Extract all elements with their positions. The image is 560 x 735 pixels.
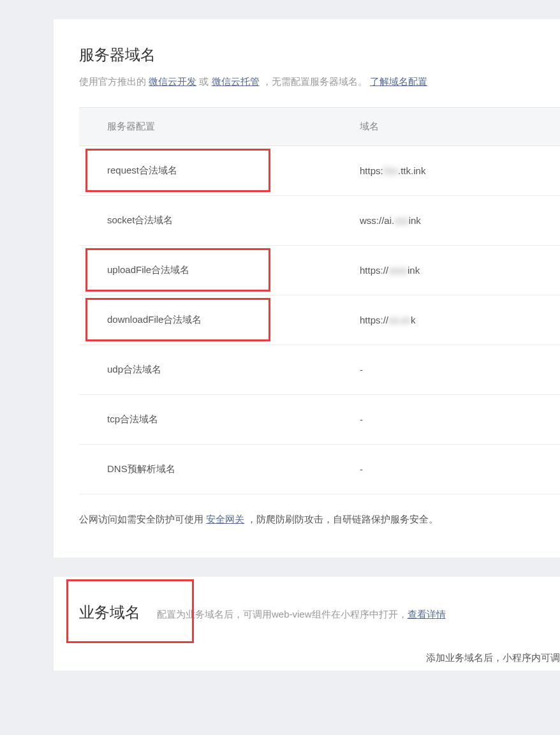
- config-label: tcp合法域名: [79, 413, 360, 426]
- config-label: downloadFile合法域名: [79, 314, 360, 326]
- table-row: socket合法域名wss://ai.xxxink: [79, 196, 560, 246]
- domain-value: -: [360, 464, 560, 475]
- business-domain-card: 业务域名 配置为业务域名后，可调用web-view组件在小程序中打开，查看详情 …: [54, 577, 560, 671]
- config-label: socket合法域名: [79, 214, 360, 226]
- table-row: downloadFile合法域名https://xx.xnk: [79, 295, 560, 345]
- domain-value: https://xx.xnk: [360, 315, 560, 325]
- domain-value: https://xx.ttk.ink: [360, 165, 560, 176]
- domain-value: wss://ai.xxxink: [360, 215, 560, 226]
- section2-note: 添加业务域名后，小程序内可调: [79, 652, 560, 664]
- table-row: request合法域名https://xx.ttk.ink: [79, 146, 560, 196]
- config-label: request合法域名: [79, 165, 360, 177]
- link-security-gateway[interactable]: 安全网关: [206, 514, 244, 524]
- link-view-details[interactable]: 查看详情: [408, 609, 446, 620]
- col-header-config: 服务器配置: [79, 121, 360, 133]
- section-subtitle: 使用官方推出的 微信云开发 或 微信云托管 ，无需配置服务器域名。 了解域名配置: [79, 74, 560, 89]
- link-cloud-dev[interactable]: 微信云开发: [149, 76, 196, 87]
- table-row: udp合法域名-: [79, 345, 560, 395]
- config-label: uploadFile合法域名: [79, 264, 360, 276]
- domain-value: https://xxxxink: [360, 265, 560, 276]
- domain-value: -: [360, 414, 560, 425]
- section2-title: 业务域名: [79, 602, 140, 623]
- server-domain-card: 服务器域名 使用官方推出的 微信云开发 或 微信云托管 ，无需配置服务器域名。 …: [54, 19, 560, 558]
- table-row: uploadFile合法域名https://xxxxink: [79, 246, 560, 295]
- table-row: DNS预解析域名-: [79, 445, 560, 494]
- domain-value: -: [360, 364, 560, 375]
- link-cloud-host[interactable]: 微信云托管: [212, 76, 260, 87]
- section2-subtitle: 配置为业务域名后，可调用web-view组件在小程序中打开，查看详情: [157, 609, 446, 621]
- config-label: DNS预解析域名: [79, 463, 360, 475]
- table-row: tcp合法域名-: [79, 395, 560, 445]
- domain-table: 服务器配置 域名 request合法域名https://xx.ttk.inkso…: [79, 107, 560, 494]
- col-header-domain: 域名: [360, 121, 560, 133]
- link-learn-config[interactable]: 了解域名配置: [370, 76, 427, 87]
- section-title: 服务器域名: [79, 45, 560, 65]
- footnote: 公网访问如需安全防护可使用 安全网关 ，防爬防刷防攻击，自研链路保护服务安全。: [79, 514, 560, 526]
- config-label: udp合法域名: [79, 364, 360, 376]
- table-header: 服务器配置 域名: [79, 107, 560, 146]
